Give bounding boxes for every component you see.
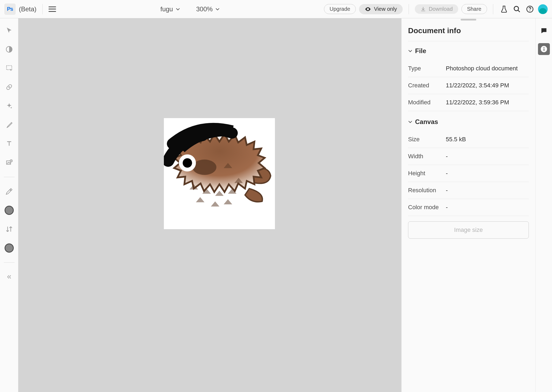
divider (42, 4, 43, 14)
download-icon (420, 6, 426, 12)
file-modified-label: Modified (408, 99, 446, 106)
file-type-label: Type (408, 65, 446, 72)
file-section-header[interactable]: File (408, 47, 529, 55)
canvas-size-row: Size 55.5 kB (408, 131, 529, 148)
canvas-area[interactable] (18, 18, 401, 392)
chevron-down-icon (176, 7, 180, 11)
canvas-section-title: Canvas (415, 118, 438, 126)
canvas-height-label: Height (408, 170, 446, 177)
svg-point-13 (543, 47, 544, 48)
canvas-size-value: 55.5 kB (446, 136, 529, 143)
select-tool-icon[interactable] (5, 64, 14, 73)
ps-logo[interactable]: Ps (4, 4, 16, 15)
add-image-tool-icon[interactable] (5, 158, 14, 167)
canvas-width-row: Width - (408, 148, 529, 165)
app-header: Ps (Beta) fugu 300% Upgrade View only D (0, 0, 552, 18)
canvas-height-row: Height - (408, 165, 529, 182)
canvas-resolution-label: Resolution (408, 187, 446, 194)
file-section-title: File (415, 47, 426, 55)
document-info-panel: Document info File Type Photoshop cloud … (401, 18, 535, 392)
svg-point-8 (192, 160, 216, 175)
canvas-width-value: - (446, 153, 529, 160)
divider (493, 4, 493, 14)
document-name-dropdown[interactable]: fugu (160, 5, 180, 13)
move-tool-icon[interactable] (5, 26, 14, 35)
canvas-section-header[interactable]: Canvas (408, 118, 529, 126)
divider (4, 262, 15, 263)
sparkle-tool-icon[interactable] (5, 101, 14, 111)
text-tool-icon[interactable] (5, 139, 14, 148)
upgrade-button[interactable]: Upgrade (324, 4, 356, 14)
canvas-colormode-value: - (446, 204, 529, 211)
panel-title: Document info (408, 26, 529, 35)
file-type-row: Type Photoshop cloud document (408, 60, 529, 77)
chevron-down-icon (408, 120, 412, 124)
swap-colors-icon[interactable] (5, 225, 14, 234)
zoom-dropdown[interactable]: 300% (196, 5, 220, 13)
svg-rect-12 (543, 49, 544, 51)
canvas-colormode-row: Color mode - (408, 199, 529, 216)
brush-tool-icon[interactable] (5, 120, 14, 129)
eye-icon (365, 6, 371, 12)
file-created-row: Created 11/22/2022, 3:54:49 PM (408, 77, 529, 94)
file-created-label: Created (408, 82, 446, 89)
canvas-width-label: Width (408, 153, 446, 160)
canvas-colormode-label: Color mode (408, 204, 446, 211)
left-toolbar (0, 18, 18, 392)
file-modified-row: Modified 11/22/2022, 3:59:36 PM (408, 94, 529, 111)
svg-rect-4 (6, 66, 12, 70)
zoom-value: 300% (196, 5, 213, 13)
chevron-down-icon (215, 7, 220, 11)
svg-point-2 (530, 11, 530, 11)
file-modified-value: 11/22/2022, 3:59:36 PM (446, 99, 529, 106)
artwork (164, 118, 275, 229)
chevron-down-icon (408, 49, 412, 53)
background-color-swatch[interactable] (5, 243, 14, 253)
eyedropper-tool-icon[interactable] (5, 187, 14, 196)
file-type-value: Photoshop cloud document (446, 65, 529, 72)
divider (409, 4, 409, 14)
canvas-resolution-value: - (446, 187, 529, 194)
help-icon[interactable] (525, 4, 535, 14)
file-created-value: 11/22/2022, 3:54:49 PM (446, 82, 529, 89)
right-rail (535, 18, 552, 392)
adjust-tool-icon[interactable] (5, 45, 14, 54)
share-button[interactable]: Share (461, 4, 487, 14)
beta-label: (Beta) (19, 5, 36, 13)
canvas-size-label: Size (408, 136, 446, 143)
info-icon[interactable] (538, 43, 550, 55)
divider (408, 41, 529, 41)
comments-icon[interactable] (538, 25, 550, 37)
image-size-button: Image size (408, 221, 529, 239)
svg-point-10 (183, 158, 192, 168)
search-icon[interactable] (512, 4, 522, 14)
panel-grip[interactable] (461, 19, 476, 20)
svg-point-0 (514, 6, 519, 11)
heal-tool-icon[interactable] (5, 82, 14, 92)
collapse-toolbar-icon[interactable] (5, 272, 14, 281)
beaker-icon[interactable] (499, 4, 509, 14)
canvas-height-value: - (446, 170, 529, 177)
hamburger-menu-icon[interactable] (49, 6, 56, 12)
canvas-resolution-row: Resolution - (408, 182, 529, 199)
download-button: Download (415, 4, 458, 14)
document-name: fugu (160, 5, 173, 13)
view-only-button[interactable]: View only (359, 4, 402, 14)
user-avatar[interactable] (538, 4, 548, 14)
foreground-color-swatch[interactable] (5, 206, 14, 215)
divider (4, 177, 15, 177)
